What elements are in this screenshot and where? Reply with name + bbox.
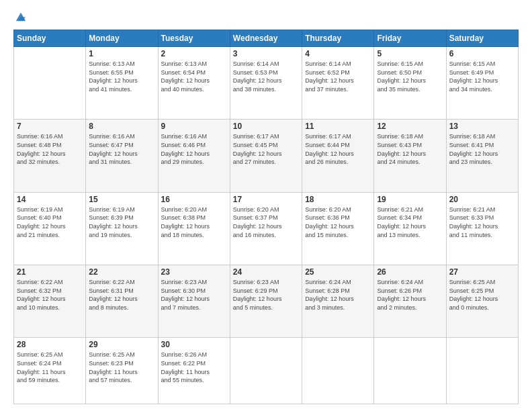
- day-number: 26: [377, 267, 443, 277]
- day-info: Sunrise: 6:20 AM Sunset: 6:37 PM Dayligh…: [233, 205, 299, 239]
- day-number: 8: [89, 122, 154, 131]
- calendar-cell: 19Sunrise: 6:21 AM Sunset: 6:34 PM Dayli…: [374, 192, 446, 265]
- day-number: 1: [89, 49, 154, 58]
- day-info: Sunrise: 6:20 AM Sunset: 6:38 PM Dayligh…: [161, 205, 227, 239]
- day-number: 28: [17, 340, 83, 349]
- day-number: 7: [17, 122, 83, 131]
- day-number: 17: [233, 195, 299, 204]
- calendar-cell: 4Sunrise: 6:14 AM Sunset: 6:52 PM Daylig…: [302, 47, 374, 120]
- calendar-cell: 28Sunrise: 6:25 AM Sunset: 6:24 PM Dayli…: [14, 338, 86, 404]
- day-info: Sunrise: 6:23 AM Sunset: 6:29 PM Dayligh…: [233, 278, 299, 312]
- calendar-cell: 17Sunrise: 6:20 AM Sunset: 6:37 PM Dayli…: [230, 192, 302, 265]
- calendar-cell: 30Sunrise: 6:26 AM Sunset: 6:22 PM Dayli…: [158, 338, 230, 404]
- calendar-cell: 8Sunrise: 6:16 AM Sunset: 6:47 PM Daylig…: [86, 120, 158, 192]
- calendar-cell: 22Sunrise: 6:22 AM Sunset: 6:31 PM Dayli…: [86, 265, 158, 338]
- calendar-week-row: 21Sunrise: 6:22 AM Sunset: 6:32 PM Dayli…: [14, 265, 519, 338]
- day-number: 3: [233, 49, 299, 58]
- day-info: Sunrise: 6:17 AM Sunset: 6:44 PM Dayligh…: [305, 132, 371, 166]
- logo: [13, 12, 27, 24]
- day-info: Sunrise: 6:13 AM Sunset: 6:54 PM Dayligh…: [161, 60, 227, 93]
- day-info: Sunrise: 6:20 AM Sunset: 6:36 PM Dayligh…: [305, 205, 371, 239]
- logo-icon: [15, 11, 27, 23]
- day-info: Sunrise: 6:21 AM Sunset: 6:33 PM Dayligh…: [449, 205, 515, 239]
- calendar-cell: 1Sunrise: 6:13 AM Sunset: 6:55 PM Daylig…: [86, 47, 158, 120]
- calendar-cell: 12Sunrise: 6:18 AM Sunset: 6:43 PM Dayli…: [374, 120, 446, 192]
- calendar-cell: 25Sunrise: 6:24 AM Sunset: 6:28 PM Dayli…: [302, 265, 374, 338]
- day-info: Sunrise: 6:18 AM Sunset: 6:43 PM Dayligh…: [377, 132, 443, 166]
- day-number: 12: [377, 122, 443, 131]
- calendar-cell: [374, 338, 446, 404]
- calendar-cell: 15Sunrise: 6:19 AM Sunset: 6:39 PM Dayli…: [86, 192, 158, 265]
- logo-text: [13, 12, 27, 24]
- calendar-week-row: 7Sunrise: 6:16 AM Sunset: 6:48 PM Daylig…: [14, 120, 519, 192]
- day-number: 24: [233, 267, 299, 277]
- day-info: Sunrise: 6:22 AM Sunset: 6:32 PM Dayligh…: [17, 278, 83, 312]
- day-number: 6: [449, 49, 515, 58]
- calendar-cell: 24Sunrise: 6:23 AM Sunset: 6:29 PM Dayli…: [230, 265, 302, 338]
- calendar-cell: 11Sunrise: 6:17 AM Sunset: 6:44 PM Dayli…: [302, 120, 374, 192]
- day-info: Sunrise: 6:26 AM Sunset: 6:22 PM Dayligh…: [161, 351, 227, 384]
- day-number: 10: [233, 122, 299, 131]
- day-info: Sunrise: 6:13 AM Sunset: 6:55 PM Dayligh…: [89, 60, 154, 93]
- calendar-table: SundayMondayTuesdayWednesdayThursdayFrid…: [13, 30, 519, 404]
- day-number: 30: [161, 340, 227, 349]
- day-number: 11: [305, 122, 371, 131]
- calendar-header-row: SundayMondayTuesdayWednesdayThursdayFrid…: [14, 30, 519, 47]
- day-number: 13: [449, 122, 515, 131]
- day-info: Sunrise: 6:24 AM Sunset: 6:28 PM Dayligh…: [305, 278, 371, 312]
- calendar-cell: 7Sunrise: 6:16 AM Sunset: 6:48 PM Daylig…: [14, 120, 86, 192]
- day-info: Sunrise: 6:25 AM Sunset: 6:25 PM Dayligh…: [449, 278, 515, 312]
- calendar-cell: 6Sunrise: 6:15 AM Sunset: 6:49 PM Daylig…: [446, 47, 518, 120]
- calendar-week-row: 28Sunrise: 6:25 AM Sunset: 6:24 PM Dayli…: [14, 338, 519, 404]
- day-info: Sunrise: 6:16 AM Sunset: 6:48 PM Dayligh…: [17, 132, 83, 166]
- day-number: 25: [305, 267, 371, 277]
- page: SundayMondayTuesdayWednesdayThursdayFrid…: [0, 0, 532, 411]
- calendar-week-row: 1Sunrise: 6:13 AM Sunset: 6:55 PM Daylig…: [14, 47, 519, 120]
- calendar-cell: [14, 47, 86, 120]
- day-info: Sunrise: 6:19 AM Sunset: 6:39 PM Dayligh…: [89, 205, 154, 239]
- calendar-header-tuesday: Tuesday: [158, 30, 230, 47]
- day-info: Sunrise: 6:17 AM Sunset: 6:45 PM Dayligh…: [233, 132, 299, 166]
- day-info: Sunrise: 6:22 AM Sunset: 6:31 PM Dayligh…: [89, 278, 154, 312]
- calendar-cell: 16Sunrise: 6:20 AM Sunset: 6:38 PM Dayli…: [158, 192, 230, 265]
- calendar-cell: 10Sunrise: 6:17 AM Sunset: 6:45 PM Dayli…: [230, 120, 302, 192]
- day-number: 29: [89, 340, 154, 349]
- calendar-cell: 5Sunrise: 6:15 AM Sunset: 6:50 PM Daylig…: [374, 47, 446, 120]
- day-info: Sunrise: 6:16 AM Sunset: 6:46 PM Dayligh…: [161, 132, 227, 166]
- calendar-cell: 23Sunrise: 6:23 AM Sunset: 6:30 PM Dayli…: [158, 265, 230, 338]
- day-info: Sunrise: 6:15 AM Sunset: 6:50 PM Dayligh…: [377, 60, 443, 93]
- calendar-cell: 3Sunrise: 6:14 AM Sunset: 6:53 PM Daylig…: [230, 47, 302, 120]
- day-info: Sunrise: 6:25 AM Sunset: 6:23 PM Dayligh…: [89, 351, 154, 384]
- calendar-week-row: 14Sunrise: 6:19 AM Sunset: 6:40 PM Dayli…: [14, 192, 519, 265]
- calendar-cell: [446, 338, 518, 404]
- day-info: Sunrise: 6:19 AM Sunset: 6:40 PM Dayligh…: [17, 205, 83, 239]
- day-number: 2: [161, 49, 227, 58]
- calendar-header-wednesday: Wednesday: [230, 30, 302, 47]
- calendar-cell: 9Sunrise: 6:16 AM Sunset: 6:46 PM Daylig…: [158, 120, 230, 192]
- calendar-cell: [302, 338, 374, 404]
- calendar-cell: 14Sunrise: 6:19 AM Sunset: 6:40 PM Dayli…: [14, 192, 86, 265]
- day-info: Sunrise: 6:25 AM Sunset: 6:24 PM Dayligh…: [17, 351, 83, 384]
- calendar-header-monday: Monday: [86, 30, 158, 47]
- day-info: Sunrise: 6:24 AM Sunset: 6:26 PM Dayligh…: [377, 278, 443, 312]
- day-number: 4: [305, 49, 371, 58]
- calendar-cell: 2Sunrise: 6:13 AM Sunset: 6:54 PM Daylig…: [158, 47, 230, 120]
- day-info: Sunrise: 6:14 AM Sunset: 6:53 PM Dayligh…: [233, 60, 299, 93]
- calendar-cell: 21Sunrise: 6:22 AM Sunset: 6:32 PM Dayli…: [14, 265, 86, 338]
- calendar-cell: 29Sunrise: 6:25 AM Sunset: 6:23 PM Dayli…: [86, 338, 158, 404]
- calendar-cell: 13Sunrise: 6:18 AM Sunset: 6:41 PM Dayli…: [446, 120, 518, 192]
- day-number: 18: [305, 195, 371, 204]
- day-info: Sunrise: 6:16 AM Sunset: 6:47 PM Dayligh…: [89, 132, 154, 166]
- calendar-header-thursday: Thursday: [302, 30, 374, 47]
- day-info: Sunrise: 6:14 AM Sunset: 6:52 PM Dayligh…: [305, 60, 371, 93]
- day-number: 16: [161, 195, 227, 204]
- calendar-cell: 26Sunrise: 6:24 AM Sunset: 6:26 PM Dayli…: [374, 265, 446, 338]
- day-number: 19: [377, 195, 443, 204]
- day-number: 14: [17, 195, 83, 204]
- day-info: Sunrise: 6:15 AM Sunset: 6:49 PM Dayligh…: [449, 60, 515, 93]
- day-number: 21: [17, 267, 83, 277]
- day-number: 15: [89, 195, 154, 204]
- day-info: Sunrise: 6:21 AM Sunset: 6:34 PM Dayligh…: [377, 205, 443, 239]
- day-number: 20: [449, 195, 515, 204]
- calendar-header-saturday: Saturday: [446, 30, 518, 47]
